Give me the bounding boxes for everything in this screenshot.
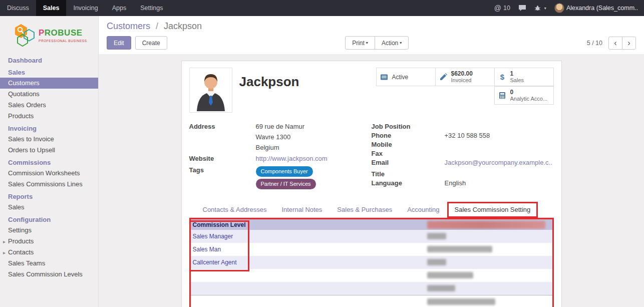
sidebar-item-products[interactable]: Products <box>0 111 98 122</box>
sidebar-item-sales-orders[interactable]: Sales Orders <box>0 100 98 111</box>
user-name: Alexandra (Sales_comm.. <box>566 5 638 12</box>
sidebar-section-commissions[interactable]: Commissions <box>0 156 98 168</box>
sidebar-section-reports[interactable]: Reports <box>0 190 98 202</box>
app-logo[interactable]: PROBUSE PROFESSIONAL BUSINESS <box>0 16 98 54</box>
edit-button[interactable]: Edit <box>107 36 131 50</box>
messages-button[interactable] <box>518 5 526 12</box>
commission-level-value: Sales Man <box>193 246 221 253</box>
sidebar-item-orders-to-upsell[interactable]: Orders to Upsell <box>0 145 98 156</box>
breadcrumb-customers-link[interactable]: Customers <box>107 21 150 31</box>
sidebar-item-sales-commission-levels[interactable]: Sales Commission Levels <box>0 269 98 280</box>
chevron-down-icon: ▾ <box>544 6 546 11</box>
print-dropdown-button[interactable]: Print ▾ <box>345 36 375 50</box>
logo-subtitle: PROFESSIONAL BUSINESS <box>39 39 87 43</box>
tag-partner-it-services: Partner / IT Services <box>256 179 316 189</box>
sidebar-item-customers[interactable]: Customers <box>0 78 98 89</box>
customer-photo-image <box>191 69 231 111</box>
top-menu-discuss[interactable]: Discuss <box>0 0 36 16</box>
language-field: Language English <box>372 179 554 188</box>
breadcrumb-separator: / <box>156 21 158 31</box>
invoiced-stat-button[interactable]: $620.00 Invoiced <box>435 68 495 86</box>
top-navbar: Discuss Sales Invoicing Apps Settings @ … <box>0 0 644 16</box>
sidebar-section-invoicing[interactable]: Invoicing <box>0 122 98 134</box>
sidebar-item-config-products[interactable]: ▸ Products <box>0 236 98 247</box>
sidebar: PROBUSE PROFESSIONAL BUSINESS Dashboard … <box>0 16 99 307</box>
mobile-field: Mobile <box>372 141 554 149</box>
tags-field: Tags Components Buyer Partner / IT Servi… <box>189 166 372 191</box>
print-action-group: Print ▾ Action ▾ <box>345 36 409 50</box>
tab-sales-purchases[interactable]: Sales & Purchases <box>330 202 400 217</box>
topbar-right-tools: @ 10 ▾ Alexandra (Sales_comm.. <box>494 0 644 16</box>
main-content: Customers / Jackpson Edit Create Print ▾ <box>99 16 644 307</box>
tab-contacts-addresses[interactable]: Contacts & Addresses <box>195 202 274 217</box>
commission-row-sales-man[interactable]: Sales Man <box>191 243 552 256</box>
app-window: Discuss Sales Invoicing Apps Settings @ … <box>0 0 644 307</box>
phone-value: +32 10 588 558 <box>445 132 554 140</box>
sidebar-section-configuration[interactable]: Configuration <box>0 213 98 225</box>
chevron-down-icon: ▾ <box>400 41 402 45</box>
commission-level-value: Sales Manager <box>193 233 233 240</box>
sidebar-item-commission-worksheets[interactable]: Commission Worksheets <box>0 168 98 179</box>
title-label: Title <box>372 170 445 179</box>
title-value <box>445 170 554 179</box>
sidebar-menu: Dashboard Sales Customers Quotations Sal… <box>0 54 98 280</box>
sidebar-item-sales-to-invoice[interactable]: Sales to Invoice <box>0 134 98 145</box>
job-position-value <box>445 123 554 131</box>
mentions-button[interactable]: @ 10 <box>494 4 510 12</box>
active-label: Active <box>392 74 409 81</box>
create-button[interactable]: Create <box>135 36 167 50</box>
commission-level-column-header[interactable]: Commission Level <box>191 219 552 230</box>
customer-photo[interactable] <box>189 68 232 113</box>
analytic-stat-button[interactable]: 0 Analytic Acco... <box>494 86 554 105</box>
user-menu[interactable]: Alexandra (Sales_comm.. <box>554 3 638 13</box>
sales-stat-button[interactable]: $ 1 Sales <box>494 68 554 86</box>
redacted-cell <box>427 246 492 252</box>
address-field: Address 69 rue de Namur Wavre 1300 Belgi… <box>189 123 372 154</box>
user-avatar <box>554 3 564 13</box>
commission-level-value: Callcenter Agent <box>193 259 237 266</box>
commission-row-empty <box>191 269 552 282</box>
sidebar-item-sales-commissions-lines[interactable]: Sales Commissions Lines <box>0 179 98 190</box>
sidebar-section-dashboard[interactable]: Dashboard <box>0 54 98 66</box>
email-link[interactable]: Jackpson@yourcompany.example.c.. <box>445 159 552 166</box>
tab-internal-notes[interactable]: Internal Notes <box>274 202 330 217</box>
email-field: Email Jackpson@yourcompany.example.c.. <box>372 159 554 167</box>
commission-row-sales-manager[interactable]: Sales Manager <box>191 230 552 243</box>
address-line-1: 69 rue de Namur <box>256 123 372 131</box>
action-dropdown-button[interactable]: Action ▾ <box>375 36 409 50</box>
expand-caret-icon: ▸ <box>3 238 6 246</box>
phone-field: Phone +32 10 588 558 <box>372 132 554 140</box>
address-line-2: Wavre 1300 <box>256 133 372 141</box>
redacted-cell <box>427 298 495 305</box>
sidebar-section-sales[interactable]: Sales <box>0 66 98 78</box>
top-menu-settings[interactable]: Settings <box>133 0 170 16</box>
active-stat-button[interactable]: Active <box>376 68 436 86</box>
bug-icon <box>534 5 541 12</box>
pager-prev-button[interactable]: ‹ <box>608 37 622 50</box>
top-menu-sales[interactable]: Sales <box>36 0 67 16</box>
pager: ‹ › <box>608 37 636 50</box>
sidebar-item-settings[interactable]: Settings <box>0 225 98 236</box>
analytic-calculator-icon <box>498 92 507 99</box>
chat-bubble-icon <box>518 5 526 12</box>
tab-sales-commission-setting[interactable]: Sales Commission Setting <box>447 202 538 218</box>
sidebar-item-sales-report[interactable]: Sales <box>0 202 98 213</box>
sidebar-item-quotations[interactable]: Quotations <box>0 89 98 100</box>
top-menu-apps[interactable]: Apps <box>105 0 134 16</box>
sidebar-item-label: Products <box>8 237 34 245</box>
pager-next-button[interactable]: › <box>622 37 636 50</box>
print-label: Print <box>352 40 365 47</box>
sales-count: 1 <box>510 71 524 77</box>
sidebar-item-config-contacts[interactable]: ▸ Contacts <box>0 247 98 258</box>
title-field: Title <box>372 170 554 179</box>
website-link[interactable]: http://www.jackpson.com <box>256 155 328 162</box>
fax-field: Fax <box>372 150 554 158</box>
tab-accounting[interactable]: Accounting <box>400 202 447 217</box>
dollar-icon: $ <box>498 73 507 81</box>
sidebar-item-sales-teams[interactable]: Sales Teams <box>0 258 98 269</box>
address-line-3: Belgium <box>256 144 372 152</box>
debug-menu-button[interactable]: ▾ <box>534 5 546 12</box>
commission-level-header-label: Commission Level <box>193 221 246 228</box>
commission-row-callcenter-agent[interactable]: Callcenter Agent <box>191 256 552 269</box>
top-menu-invoicing[interactable]: Invoicing <box>66 0 105 16</box>
